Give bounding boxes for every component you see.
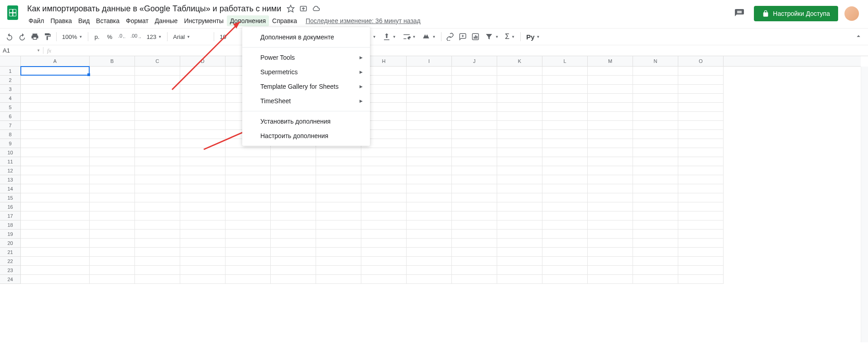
cell[interactable] (180, 266, 225, 275)
cell[interactable] (407, 248, 452, 257)
cell[interactable] (135, 121, 180, 130)
cell[interactable] (90, 139, 135, 148)
cell[interactable] (316, 220, 361, 230)
cell[interactable] (678, 121, 724, 130)
cell[interactable] (21, 257, 90, 266)
cell[interactable] (135, 193, 180, 202)
zoom-dropdown[interactable]: 100%▼ (59, 34, 85, 40)
cell[interactable] (633, 220, 678, 230)
cell[interactable] (542, 230, 588, 239)
cell[interactable] (271, 248, 316, 257)
row-header-18[interactable]: 18 (0, 220, 20, 230)
cell[interactable] (90, 166, 135, 175)
cell[interactable] (633, 257, 678, 266)
cell[interactable] (633, 202, 678, 211)
cell[interactable] (180, 184, 225, 193)
row-header-11[interactable]: 11 (0, 157, 20, 166)
menu-item-power-tools[interactable]: Power Tools▶ (242, 50, 370, 65)
cell[interactable] (316, 184, 361, 193)
cell[interactable] (316, 175, 361, 184)
redo-button[interactable] (16, 31, 28, 43)
star-icon[interactable] (287, 5, 295, 13)
cell[interactable] (21, 130, 90, 139)
cell[interactable] (225, 257, 271, 266)
cell[interactable] (497, 202, 542, 211)
select-all-corner[interactable] (0, 56, 21, 67)
cell[interactable] (633, 157, 678, 166)
menu-правка[interactable]: Правка (47, 15, 75, 26)
cell[interactable] (407, 239, 452, 248)
menu-дополнения[interactable]: Дополнения (227, 15, 269, 26)
comments-button[interactable] (731, 5, 748, 22)
cell[interactable] (588, 184, 633, 193)
cell[interactable] (542, 202, 588, 211)
cell[interactable] (361, 166, 407, 175)
col-header-I[interactable]: I (407, 56, 452, 66)
cell[interactable] (678, 184, 724, 193)
col-header-J[interactable]: J (452, 56, 497, 66)
cell[interactable] (361, 202, 407, 211)
cell[interactable] (21, 275, 90, 284)
cell[interactable] (678, 103, 724, 112)
cell[interactable] (542, 175, 588, 184)
cell[interactable] (135, 257, 180, 266)
cell[interactable] (633, 67, 678, 76)
cell[interactable] (542, 85, 588, 94)
font-dropdown[interactable]: Arial▼ (170, 34, 211, 40)
cell[interactable] (407, 94, 452, 103)
cell[interactable] (542, 239, 588, 248)
row-header-23[interactable]: 23 (0, 266, 20, 275)
row-header-4[interactable]: 4 (0, 94, 20, 103)
cell[interactable] (633, 103, 678, 112)
row-header-9[interactable]: 9 (0, 139, 20, 148)
cell[interactable] (316, 166, 361, 175)
col-header-L[interactable]: L (542, 56, 588, 66)
cell[interactable] (678, 85, 724, 94)
cell[interactable] (90, 130, 135, 139)
cell[interactable] (588, 103, 633, 112)
cell[interactable] (271, 275, 316, 284)
cell[interactable] (90, 112, 135, 121)
menu-item-timesheet[interactable]: TimeSheet▶ (242, 94, 370, 108)
cell[interactable] (588, 76, 633, 85)
cell[interactable] (452, 248, 497, 257)
cell[interactable] (678, 220, 724, 230)
cell[interactable] (135, 94, 180, 103)
cell[interactable] (21, 121, 90, 130)
cell[interactable] (361, 148, 407, 157)
cell[interactable] (407, 76, 452, 85)
menu-item-дополнения-в-документе[interactable]: Дополнения в документе (242, 30, 370, 44)
cell[interactable] (542, 275, 588, 284)
fontsize-dropdown[interactable]: 10 (217, 34, 229, 40)
cell[interactable] (135, 157, 180, 166)
cell[interactable] (407, 157, 452, 166)
cell[interactable] (316, 239, 361, 248)
cell[interactable] (21, 202, 90, 211)
cell[interactable] (407, 184, 452, 193)
cell[interactable] (542, 112, 588, 121)
cell[interactable] (452, 148, 497, 157)
cell[interactable] (497, 103, 542, 112)
cell[interactable] (678, 211, 724, 220)
cell[interactable] (271, 202, 316, 211)
cell[interactable] (271, 166, 316, 175)
cell[interactable] (361, 230, 407, 239)
cell[interactable] (633, 112, 678, 121)
cell[interactable] (542, 220, 588, 230)
menu-справка[interactable]: Справка (269, 15, 300, 26)
cell[interactable] (180, 121, 225, 130)
row-header-6[interactable]: 6 (0, 112, 20, 121)
cell[interactable] (90, 121, 135, 130)
cell[interactable] (225, 184, 271, 193)
cell[interactable] (135, 239, 180, 248)
cell[interactable] (497, 184, 542, 193)
paint-format-button[interactable] (42, 31, 53, 43)
cell[interactable] (180, 112, 225, 121)
percent-button[interactable]: % (104, 31, 115, 43)
cell[interactable] (633, 248, 678, 257)
cell[interactable] (678, 248, 724, 257)
increase-decimal-button[interactable]: .00→ (129, 31, 143, 43)
menu-item-настроить-дополнения[interactable]: Настроить дополнения (242, 129, 370, 143)
cell[interactable] (316, 211, 361, 220)
cell[interactable] (271, 230, 316, 239)
